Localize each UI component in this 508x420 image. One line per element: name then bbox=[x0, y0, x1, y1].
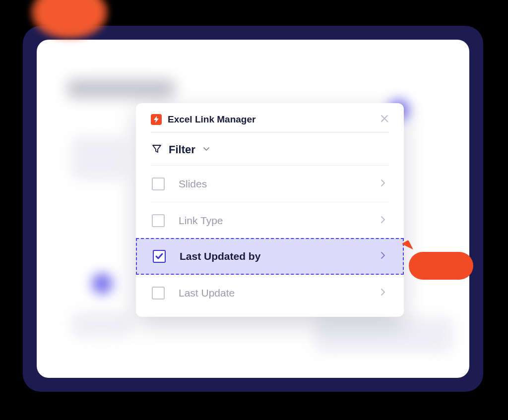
checkbox[interactable] bbox=[152, 287, 165, 300]
app-bolt-icon bbox=[151, 114, 162, 125]
checkbox[interactable] bbox=[152, 214, 165, 227]
inner-frame: Excel Link Manager Filter Slides bbox=[37, 40, 469, 378]
background-ghost bbox=[315, 317, 453, 352]
background-blob bbox=[86, 268, 118, 300]
checkbox[interactable] bbox=[152, 178, 165, 190]
checkbox-checked[interactable] bbox=[153, 250, 166, 263]
filter-dropdown-toggle[interactable]: Filter bbox=[151, 132, 389, 165]
filter-option-last-updated-by[interactable]: Last Updated by bbox=[136, 238, 404, 275]
filter-label: Filter bbox=[169, 143, 195, 156]
background-ghost bbox=[71, 312, 131, 337]
chevron-right-icon bbox=[380, 288, 386, 299]
background-ghost bbox=[66, 79, 176, 98]
option-label: Last Updated by bbox=[180, 250, 366, 262]
background-ghost bbox=[71, 137, 126, 180]
chevron-down-icon bbox=[202, 145, 210, 155]
outer-frame: Excel Link Manager Filter Slides bbox=[23, 26, 483, 392]
decorative-pill bbox=[409, 252, 473, 280]
option-label: Slides bbox=[179, 178, 366, 190]
filter-option-last-update[interactable]: Last Update bbox=[151, 274, 389, 311]
panel-title: Excel Link Manager bbox=[168, 114, 380, 125]
chevron-right-icon bbox=[380, 251, 386, 262]
option-label: Link Type bbox=[179, 215, 366, 227]
filter-panel: Excel Link Manager Filter Slides bbox=[136, 103, 404, 317]
funnel-icon bbox=[152, 144, 162, 156]
option-label: Last Update bbox=[179, 287, 366, 299]
filter-option-slides[interactable]: Slides bbox=[151, 165, 389, 202]
filter-option-list: Slides Link Type Last Upda bbox=[151, 165, 389, 311]
filter-option-link-type[interactable]: Link Type bbox=[151, 202, 389, 239]
panel-header: Excel Link Manager bbox=[151, 114, 389, 132]
chevron-right-icon bbox=[380, 215, 386, 226]
chevron-right-icon bbox=[380, 179, 386, 189]
close-icon[interactable] bbox=[380, 114, 389, 125]
